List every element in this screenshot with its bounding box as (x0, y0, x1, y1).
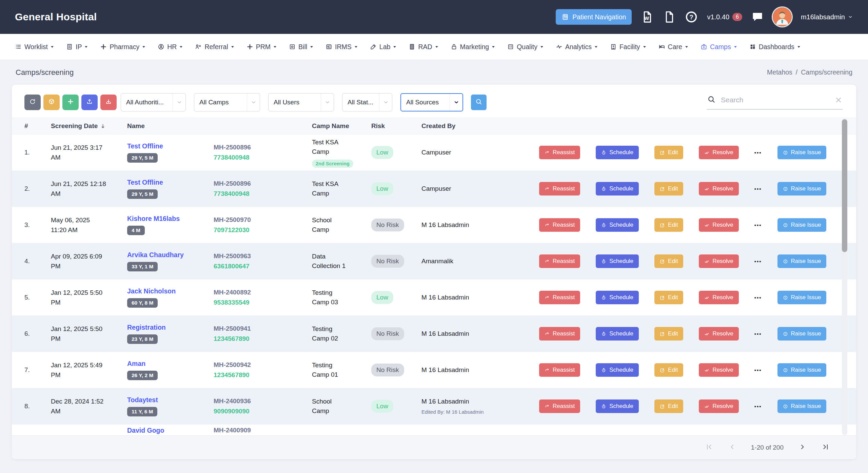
breadcrumb-item[interactable]: Metahos (767, 68, 792, 76)
raise-issue-button[interactable]: Raise Issue (777, 399, 827, 413)
upload-button[interactable] (81, 95, 98, 110)
apply-search-button[interactable] (471, 95, 487, 110)
patient-name-link[interactable]: Arvika Chaudhary (127, 251, 184, 259)
more-actions-button[interactable]: ••• (754, 295, 762, 301)
clear-search-icon[interactable] (834, 96, 843, 104)
nav-item-prm[interactable]: PRM (246, 43, 276, 51)
schedule-button[interactable]: Schedule (596, 218, 639, 232)
nav-item-care[interactable]: Care (658, 43, 688, 51)
resolve-button[interactable]: Resolve (699, 327, 738, 341)
user-menu[interactable]: m16labsadmin (801, 13, 853, 21)
patient-name-link[interactable]: Test Offline (127, 179, 163, 186)
edit-button[interactable]: Edit (654, 218, 683, 232)
reassist-button[interactable]: Reassist (539, 291, 580, 304)
resolve-button[interactable]: Resolve (699, 218, 738, 232)
edit-button[interactable]: Edit (654, 363, 683, 377)
nav-item-camps[interactable]: Camps (701, 43, 737, 51)
nav-item-bill[interactable]: Bill (289, 43, 313, 51)
add-button[interactable] (62, 95, 79, 110)
edit-button[interactable]: Edit (654, 291, 683, 304)
schedule-button[interactable]: Schedule (596, 182, 639, 196)
search-input[interactable] (720, 96, 830, 104)
help-icon[interactable]: ? (685, 11, 698, 23)
column-header-screening-date[interactable]: Screening Date (51, 122, 127, 130)
scrollbar-track[interactable] (842, 119, 847, 435)
patient-name-link[interactable]: Jack Nicholson (127, 287, 176, 295)
more-actions-button[interactable]: ••• (754, 331, 762, 337)
reassist-button[interactable]: Reassist (539, 218, 580, 232)
raise-issue-button[interactable]: Raise Issue (777, 218, 827, 232)
nav-item-analytics[interactable]: Analytics (556, 43, 597, 51)
filter-users-select[interactable]: All Users (268, 93, 334, 111)
avatar[interactable] (773, 7, 792, 26)
patient-navigation-button[interactable]: Patient Navigation (556, 9, 632, 25)
edit-button[interactable]: Edit (654, 182, 683, 196)
chat-icon[interactable] (751, 11, 764, 23)
nav-item-pharmacy[interactable]: Pharmacy (100, 43, 145, 51)
more-actions-button[interactable]: ••• (754, 404, 762, 409)
resolve-button[interactable]: Resolve (699, 254, 738, 268)
reassist-button[interactable]: Reassist (539, 146, 580, 159)
filter-status-select[interactable]: All Stat... (342, 93, 392, 111)
previous-page-button[interactable] (728, 443, 736, 452)
filter-authorities-select[interactable]: All Authoriti... (121, 93, 186, 111)
raise-issue-button[interactable]: Raise Issue (777, 327, 827, 341)
raise-issue-button[interactable]: Raise Issue (777, 363, 827, 377)
more-actions-button[interactable]: ••• (754, 259, 762, 264)
reassist-button[interactable]: Reassist (539, 363, 580, 377)
patient-name-link[interactable]: Kishore M16labs (127, 215, 180, 223)
filter-camps-select[interactable]: All Camps (194, 93, 260, 111)
schedule-button[interactable]: Schedule (596, 254, 639, 268)
edit-button[interactable]: Edit (654, 327, 683, 341)
resolve-button[interactable]: Resolve (699, 363, 738, 377)
more-actions-button[interactable]: ••• (754, 367, 762, 373)
export-button[interactable] (43, 95, 60, 110)
reassist-button[interactable]: Reassist (539, 327, 580, 341)
schedule-button[interactable]: Schedule (596, 291, 639, 304)
nav-item-referral[interactable]: Referral (195, 43, 234, 51)
nav-item-rad[interactable]: RAD (409, 43, 438, 51)
nav-item-hr[interactable]: HR (158, 43, 182, 51)
patient-name-link[interactable]: Todaytest (127, 396, 158, 404)
raise-issue-button[interactable]: Raise Issue (777, 254, 827, 268)
more-actions-button[interactable]: ••• (754, 222, 762, 228)
schedule-button[interactable]: Schedule (596, 327, 639, 341)
file-icon[interactable] (663, 11, 676, 23)
edit-button[interactable]: Edit (654, 146, 683, 159)
raise-issue-button[interactable]: Raise Issue (777, 182, 827, 196)
next-page-button[interactable] (798, 443, 807, 452)
reassist-button[interactable]: Reassist (539, 254, 580, 268)
more-actions-button[interactable]: ••• (754, 186, 762, 192)
patient-name-link[interactable]: Aman (127, 360, 145, 368)
last-page-button[interactable] (822, 443, 830, 452)
raise-issue-button[interactable]: Raise Issue (777, 146, 827, 159)
schedule-button[interactable]: Schedule (596, 363, 639, 377)
resolve-button[interactable]: Resolve (699, 399, 738, 413)
scrollbar-thumb[interactable] (842, 119, 847, 252)
edit-button[interactable]: Edit (654, 254, 683, 268)
nav-item-lab[interactable]: Lab (370, 43, 396, 51)
patient-name-link[interactable]: Registration (127, 324, 166, 331)
resolve-button[interactable]: Resolve (699, 291, 738, 304)
schedule-button[interactable]: Schedule (596, 146, 639, 159)
nav-item-ip[interactable]: IP (66, 43, 87, 51)
first-page-button[interactable] (705, 443, 713, 452)
nav-item-facility[interactable]: Facility (610, 43, 646, 51)
nav-item-irms[interactable]: IRMS (326, 43, 357, 51)
word-document-icon[interactable]: W (641, 11, 654, 23)
nav-item-dashboards[interactable]: Dashboards (749, 43, 800, 51)
resolve-button[interactable]: Resolve (699, 146, 738, 159)
edit-button[interactable]: Edit (654, 399, 683, 413)
raise-issue-button[interactable]: Raise Issue (777, 291, 827, 304)
patient-name-link[interactable]: David Gogo (127, 427, 164, 434)
resolve-button[interactable]: Resolve (699, 182, 738, 196)
filter-sources-select[interactable]: All Sources (400, 93, 463, 111)
reassist-button[interactable]: Reassist (539, 399, 580, 413)
nav-item-worklist[interactable]: Worklist (15, 43, 54, 51)
download-button[interactable] (100, 95, 117, 110)
version-badge[interactable]: 6 (732, 13, 742, 21)
refresh-button[interactable] (24, 95, 41, 110)
nav-item-quality[interactable]: Quality (507, 43, 543, 51)
patient-name-link[interactable]: Test Offline (127, 142, 163, 150)
more-actions-button[interactable]: ••• (754, 150, 762, 156)
